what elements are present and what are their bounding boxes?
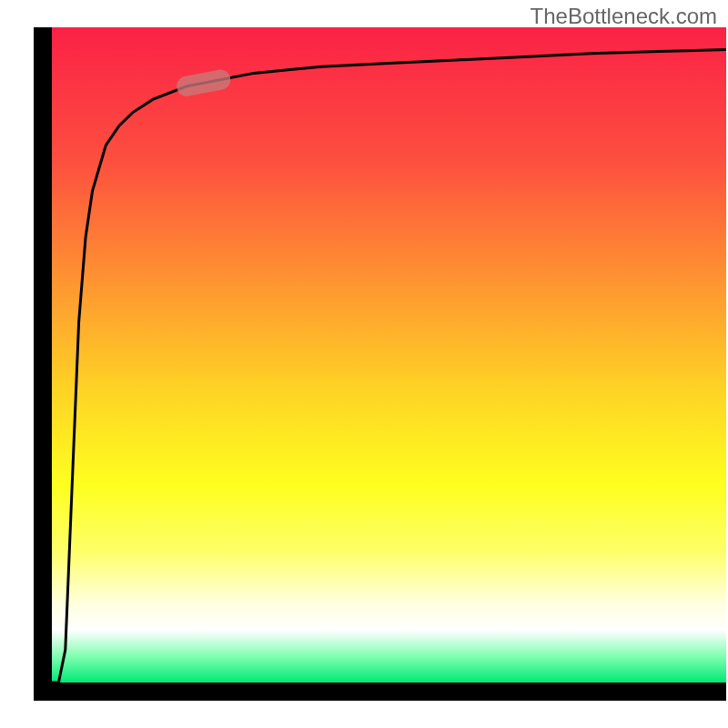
bottleneck-chart (0, 0, 728, 728)
highlight-segment (187, 80, 220, 86)
frame-bottom (34, 682, 726, 701)
chart-container: TheBottleneck.com (0, 0, 728, 728)
frame-left (34, 27, 52, 701)
gradient-background (52, 27, 726, 682)
watermark-text: TheBottleneck.com (531, 4, 717, 29)
